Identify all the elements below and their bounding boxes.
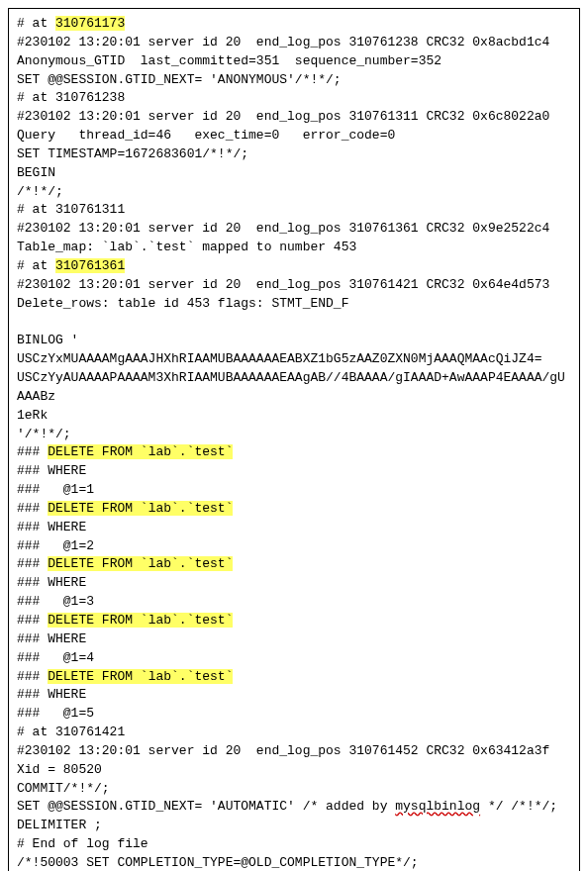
log-line: ### WHERE [17,686,571,705]
log-text: #230102 13:20:01 server id 20 end_log_po… [17,35,573,68]
highlighted-text: DELETE FROM `lab`.`test` [48,669,233,684]
log-line: /*!50003 SET COMPLETION_TYPE=@OLD_COMPLE… [17,854,571,871]
log-line: ### DELETE FROM `lab`.`test` [17,612,571,630]
log-line: # End of log file [17,835,571,854]
log-text: /*!50003 SET COMPLETION_TYPE=@OLD_COMPLE… [17,855,419,870]
log-text: ### [17,444,48,459]
log-text: ### WHERE [17,575,86,590]
log-text: # at 310761421 [17,725,125,739]
log-text: SET TIMESTAMP=1672683601/*!*/; [17,146,248,161]
log-text: */ /*!*/; [480,799,557,814]
log-text: SET @@SESSION.GTID_NEXT= 'ANONYMOUS'/*!*… [17,72,342,87]
log-text: #230102 13:20:01 server id 20 end_log_po… [17,743,573,777]
log-text: ### [17,613,48,628]
log-line: ### WHERE [17,519,571,537]
log-text: ### @1=3 [17,594,94,609]
log-text: ### @1=5 [17,706,94,721]
log-line [17,314,571,333]
log-line: # at 310761311 [17,201,571,220]
log-text: ### @1=1 [17,482,94,497]
log-line: ### WHERE [17,630,571,649]
log-line: ### @1=1 [17,481,571,500]
log-line: #230102 13:20:01 server id 20 end_log_po… [17,276,571,314]
log-text: #230102 13:20:01 server id 20 end_log_po… [17,277,573,311]
log-text: '/*!*/; [17,427,71,441]
log-line: ### DELETE FROM `lab`.`test` [17,555,571,574]
log-line: ### @1=2 [17,537,571,556]
log-line: # at 310761361 [17,257,571,276]
log-line: DELIMITER ; [17,817,571,835]
log-line: COMMIT/*!*/; [17,780,571,799]
log-line: ### @1=5 [17,705,571,724]
underlined-text: mysqlbinlog [395,799,480,814]
log-text: #230102 13:20:01 server id 20 end_log_po… [17,221,573,254]
log-text: USCzYxMUAAAAMgAAAJHXhRIAAMUBAAAAAAEABXZ1… [17,351,542,366]
log-text: ### [17,669,48,684]
log-text: ### [17,556,48,571]
highlighted-text: DELETE FROM `lab`.`test` [48,444,233,459]
log-text: # at [17,258,55,273]
log-line: USCzYxMUAAAAMgAAAJHXhRIAAMUBAAAAAAEABXZ1… [17,350,571,369]
log-text: # End of log file [17,836,148,851]
log-line: BEGIN [17,164,571,183]
log-line: USCzYyAUAAAAPAAAAM3XhRIAAMUBAAAAAAEAAgAB… [17,369,571,407]
log-line: SET @@SESSION.GTID_NEXT= 'ANONYMOUS'/*!*… [17,71,571,90]
log-text: ### @1=2 [17,538,94,553]
log-text: ### WHERE [17,687,86,702]
log-line: BINLOG ' [17,332,571,350]
log-line: # at 310761421 [17,724,571,742]
log-line: # at 310761238 [17,89,571,108]
log-line: ### @1=3 [17,593,571,612]
highlighted-text: DELETE FROM `lab`.`test` [48,613,233,628]
log-line: #230102 13:20:01 server id 20 end_log_po… [17,742,571,780]
log-text: #230102 13:20:01 server id 20 end_log_po… [17,109,573,143]
log-line: SET TIMESTAMP=1672683601/*!*/; [17,145,571,164]
log-line: ### DELETE FROM `lab`.`test` [17,500,571,519]
log-line: 1eRk [17,407,571,426]
log-text: SET @@SESSION.GTID_NEXT= 'AUTOMATIC' /* … [17,799,395,814]
log-line: #230102 13:20:01 server id 20 end_log_po… [17,220,571,257]
log-text: # at 310761311 [17,202,125,217]
binlog-output-box: # at 310761173#230102 13:20:01 server id… [8,8,580,871]
log-text: ### WHERE [17,631,86,646]
log-text: 1eRk [17,408,48,423]
log-line: SET @@SESSION.GTID_NEXT= 'AUTOMATIC' /* … [17,798,571,817]
log-text: ### [17,501,48,516]
log-text: /*!*/; [17,184,63,199]
log-text: # at [17,16,55,31]
log-line: ### DELETE FROM `lab`.`test` [17,443,571,462]
log-text: # at 310761238 [17,90,125,105]
log-line: ### WHERE [17,574,571,593]
log-text: ### WHERE [17,463,86,478]
log-text: BEGIN [17,165,55,180]
log-line: ### @1=4 [17,649,571,668]
highlighted-text: 310761361 [55,258,125,273]
log-text: DELIMITER ; [17,818,102,832]
log-line: #230102 13:20:01 server id 20 end_log_po… [17,34,571,71]
log-line: /*!*/; [17,183,571,202]
log-text: ### @1=4 [17,650,94,665]
highlighted-text: DELETE FROM `lab`.`test` [48,501,233,516]
highlighted-text: 310761173 [55,16,125,31]
log-line: #230102 13:20:01 server id 20 end_log_po… [17,108,571,145]
log-text: BINLOG ' [17,333,78,347]
log-text: USCzYyAUAAAAPAAAAM3XhRIAAMUBAAAAAAEAAgAB… [17,370,565,404]
log-text: COMMIT/*!*/; [17,781,110,796]
log-text: ### WHERE [17,520,86,534]
highlighted-text: DELETE FROM `lab`.`test` [48,556,233,571]
log-line: ### WHERE [17,462,571,481]
log-line: ### DELETE FROM `lab`.`test` [17,668,571,687]
log-line: '/*!*/; [17,426,571,444]
log-line: # at 310761173 [17,15,571,34]
